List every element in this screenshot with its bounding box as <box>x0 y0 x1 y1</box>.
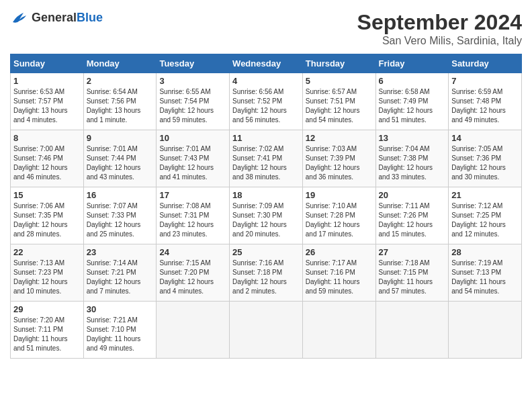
day-number: 3 <box>159 76 226 86</box>
day-number: 29 <box>13 304 81 314</box>
header-sunday: Sunday <box>11 54 84 73</box>
day-info: Sunrise: 7:00 AM Sunset: 7:46 PM Dayligh… <box>13 144 81 182</box>
table-row: 26 Sunrise: 7:17 AM Sunset: 7:16 PM Dayl… <box>302 244 375 302</box>
day-info: Sunrise: 7:08 AM Sunset: 7:31 PM Dayligh… <box>159 201 226 239</box>
table-row: 18 Sunrise: 7:09 AM Sunset: 7:30 PM Dayl… <box>230 187 303 244</box>
day-number: 27 <box>379 247 446 257</box>
day-number: 25 <box>232 247 300 257</box>
day-info: Sunrise: 7:21 AM Sunset: 7:10 PM Dayligh… <box>87 316 154 353</box>
day-number: 2 <box>87 76 154 86</box>
table-row: 15 Sunrise: 7:06 AM Sunset: 7:35 PM Dayl… <box>11 187 84 244</box>
table-row: 22 Sunrise: 7:13 AM Sunset: 7:23 PM Dayl… <box>11 244 84 302</box>
day-number: 13 <box>379 133 446 143</box>
table-row: 27 Sunrise: 7:18 AM Sunset: 7:15 PM Dayl… <box>375 244 449 302</box>
logo-general: General <box>32 11 77 24</box>
day-number: 22 <box>13 247 81 257</box>
table-row: 4 Sunrise: 6:56 AM Sunset: 7:52 PM Dayli… <box>230 73 303 130</box>
day-info: Sunrise: 6:57 AM Sunset: 7:51 PM Dayligh… <box>306 87 373 125</box>
month-title: September 2024 <box>357 10 522 35</box>
day-info: Sunrise: 7:12 AM Sunset: 7:25 PM Dayligh… <box>451 201 519 239</box>
day-info: Sunrise: 7:17 AM Sunset: 7:16 PM Dayligh… <box>306 259 373 296</box>
table-row <box>230 302 303 359</box>
table-row <box>157 302 230 359</box>
day-number: 6 <box>379 76 446 86</box>
day-number: 5 <box>306 76 373 86</box>
table-row: 13 Sunrise: 7:04 AM Sunset: 7:38 PM Dayl… <box>375 130 449 187</box>
day-info: Sunrise: 6:53 AM Sunset: 7:57 PM Dayligh… <box>13 87 81 125</box>
day-number: 18 <box>232 190 300 200</box>
day-info: Sunrise: 7:19 AM Sunset: 7:13 PM Dayligh… <box>451 259 519 296</box>
day-info: Sunrise: 7:16 AM Sunset: 7:18 PM Dayligh… <box>232 259 300 296</box>
day-number: 26 <box>306 247 373 257</box>
day-info: Sunrise: 7:06 AM Sunset: 7:35 PM Dayligh… <box>13 201 81 239</box>
day-number: 1 <box>13 76 81 86</box>
table-row <box>375 302 449 359</box>
page-header: GeneralBlue September 2024 San Vero Mili… <box>10 10 522 47</box>
day-number: 15 <box>13 190 81 200</box>
table-row: 20 Sunrise: 7:11 AM Sunset: 7:26 PM Dayl… <box>375 187 449 244</box>
day-info: Sunrise: 7:20 AM Sunset: 7:11 PM Dayligh… <box>13 316 81 353</box>
day-info: Sunrise: 6:55 AM Sunset: 7:54 PM Dayligh… <box>159 87 226 125</box>
day-info: Sunrise: 7:03 AM Sunset: 7:39 PM Dayligh… <box>306 144 373 182</box>
table-row: 1 Sunrise: 6:53 AM Sunset: 7:57 PM Dayli… <box>11 73 84 130</box>
day-number: 20 <box>379 190 446 200</box>
day-info: Sunrise: 7:01 AM Sunset: 7:44 PM Dayligh… <box>87 144 154 182</box>
day-info: Sunrise: 6:56 AM Sunset: 7:52 PM Dayligh… <box>232 87 300 125</box>
day-info: Sunrise: 7:18 AM Sunset: 7:15 PM Dayligh… <box>379 259 446 296</box>
day-info: Sunrise: 6:59 AM Sunset: 7:48 PM Dayligh… <box>451 87 519 125</box>
calendar-row: 15 Sunrise: 7:06 AM Sunset: 7:35 PM Dayl… <box>11 187 522 244</box>
header-thursday: Thursday <box>302 54 375 73</box>
table-row: 3 Sunrise: 6:55 AM Sunset: 7:54 PM Dayli… <box>157 73 230 130</box>
calendar-row: 1 Sunrise: 6:53 AM Sunset: 7:57 PM Dayli… <box>11 73 522 130</box>
day-number: 28 <box>451 247 519 257</box>
day-info: Sunrise: 7:13 AM Sunset: 7:23 PM Dayligh… <box>13 259 81 296</box>
day-number: 10 <box>159 133 226 143</box>
day-number: 17 <box>159 190 226 200</box>
day-number: 14 <box>451 133 519 143</box>
day-info: Sunrise: 7:01 AM Sunset: 7:43 PM Dayligh… <box>159 144 226 182</box>
table-row: 30 Sunrise: 7:21 AM Sunset: 7:10 PM Dayl… <box>83 302 157 359</box>
day-info: Sunrise: 7:10 AM Sunset: 7:28 PM Dayligh… <box>306 201 373 239</box>
calendar-row: 8 Sunrise: 7:00 AM Sunset: 7:46 PM Dayli… <box>11 130 522 187</box>
table-row: 19 Sunrise: 7:10 AM Sunset: 7:28 PM Dayl… <box>302 187 375 244</box>
day-number: 8 <box>13 133 81 143</box>
day-number: 23 <box>87 247 154 257</box>
table-row: 11 Sunrise: 7:02 AM Sunset: 7:41 PM Dayl… <box>230 130 303 187</box>
header-wednesday: Wednesday <box>230 54 303 73</box>
day-number: 11 <box>232 133 300 143</box>
header-monday: Monday <box>83 54 157 73</box>
table-row: 29 Sunrise: 7:20 AM Sunset: 7:11 PM Dayl… <box>11 302 84 359</box>
table-row: 17 Sunrise: 7:08 AM Sunset: 7:31 PM Dayl… <box>157 187 230 244</box>
day-info: Sunrise: 7:05 AM Sunset: 7:36 PM Dayligh… <box>451 144 519 182</box>
calendar-row: 29 Sunrise: 7:20 AM Sunset: 7:11 PM Dayl… <box>11 302 522 359</box>
table-row: 23 Sunrise: 7:14 AM Sunset: 7:21 PM Dayl… <box>83 244 157 302</box>
day-number: 21 <box>451 190 519 200</box>
day-info: Sunrise: 6:58 AM Sunset: 7:49 PM Dayligh… <box>379 87 446 125</box>
table-row: 9 Sunrise: 7:01 AM Sunset: 7:44 PM Dayli… <box>83 130 157 187</box>
day-info: Sunrise: 7:09 AM Sunset: 7:30 PM Dayligh… <box>232 201 300 239</box>
day-number: 24 <box>159 247 226 257</box>
table-row <box>449 302 522 359</box>
day-info: Sunrise: 7:15 AM Sunset: 7:20 PM Dayligh… <box>159 259 226 296</box>
table-row: 7 Sunrise: 6:59 AM Sunset: 7:48 PM Dayli… <box>449 73 522 130</box>
table-row <box>302 302 375 359</box>
logo-icon <box>10 10 29 25</box>
location-subtitle: San Vero Milis, Sardinia, Italy <box>357 35 522 47</box>
day-number: 16 <box>87 190 154 200</box>
calendar-row: 22 Sunrise: 7:13 AM Sunset: 7:23 PM Dayl… <box>11 244 522 302</box>
day-number: 7 <box>451 76 519 86</box>
day-info: Sunrise: 6:54 AM Sunset: 7:56 PM Dayligh… <box>87 87 154 125</box>
day-info: Sunrise: 7:14 AM Sunset: 7:21 PM Dayligh… <box>87 259 154 296</box>
title-area: September 2024 San Vero Milis, Sardinia,… <box>357 10 522 47</box>
table-row: 12 Sunrise: 7:03 AM Sunset: 7:39 PM Dayl… <box>302 130 375 187</box>
header-tuesday: Tuesday <box>157 54 230 73</box>
table-row: 28 Sunrise: 7:19 AM Sunset: 7:13 PM Dayl… <box>449 244 522 302</box>
day-number: 9 <box>87 133 154 143</box>
table-row: 8 Sunrise: 7:00 AM Sunset: 7:46 PM Dayli… <box>11 130 84 187</box>
table-row: 6 Sunrise: 6:58 AM Sunset: 7:49 PM Dayli… <box>375 73 449 130</box>
day-number: 19 <box>306 190 373 200</box>
day-number: 30 <box>87 304 154 314</box>
logo-blue: Blue <box>77 11 103 24</box>
day-info: Sunrise: 7:11 AM Sunset: 7:26 PM Dayligh… <box>379 201 446 239</box>
day-info: Sunrise: 7:07 AM Sunset: 7:33 PM Dayligh… <box>87 201 154 239</box>
